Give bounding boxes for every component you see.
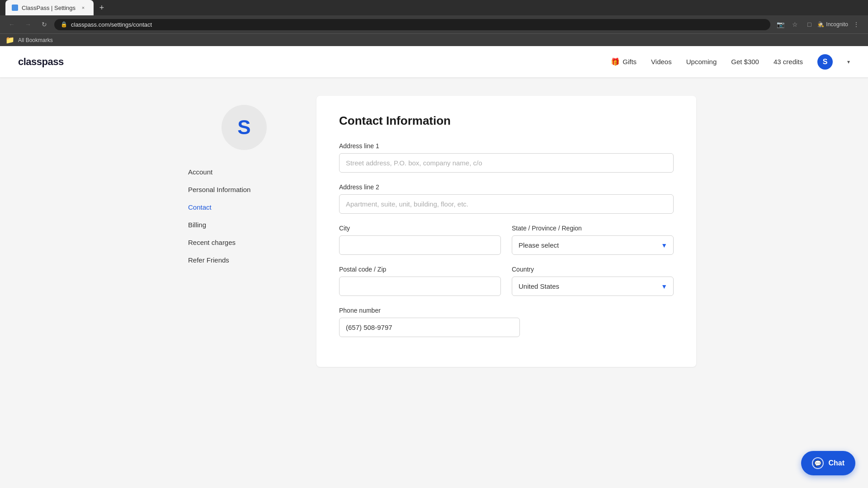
tab-title: ClassPass | Settings <box>22 5 75 11</box>
tab-favicon <box>12 5 18 11</box>
upcoming-label: Upcoming <box>686 58 717 66</box>
state-group: State / Province / Region Please select … <box>512 225 674 255</box>
cast-icon[interactable]: 📷 <box>774 18 787 31</box>
credits-badge: 43 credits <box>774 58 803 66</box>
postal-input[interactable] <box>339 277 501 296</box>
get-credits-link[interactable]: Get $300 <box>731 58 759 66</box>
address-bar-row: ← → ↻ 🔒 classpass.com/settings/contact 📷… <box>0 15 868 33</box>
bookmark-icon[interactable]: ☆ <box>788 18 801 31</box>
gift-icon: 🎁 <box>611 57 620 66</box>
sidebar-item-billing[interactable]: Billing <box>181 216 307 233</box>
postal-label: Postal code / Zip <box>339 266 501 273</box>
address-bar-actions: 📷 ☆ □ 🕵 Incognito ⋮ <box>774 18 863 31</box>
sidebar-nav: Account Personal Information Contact Bil… <box>172 164 316 269</box>
nav-links: 🎁 Gifts Videos Upcoming Get $300 43 cred… <box>611 54 850 70</box>
menu-button[interactable]: ⋮ <box>850 18 863 31</box>
incognito-icon: 🕵 <box>817 21 824 28</box>
gifts-label: Gifts <box>623 58 637 66</box>
reload-button[interactable]: ↻ <box>38 18 51 31</box>
country-label: Country <box>512 266 674 273</box>
chat-button[interactable]: 💬 Chat <box>801 451 855 475</box>
sidebar-item-refer-friends[interactable]: Refer Friends <box>181 252 307 268</box>
page-content: classpass 🎁 Gifts Videos Upcoming Get $3… <box>0 46 868 475</box>
address-bar[interactable]: 🔒 classpass.com/settings/contact <box>54 19 770 30</box>
bookmarks-bar: 📁 All Bookmarks <box>0 33 868 46</box>
new-tab-button[interactable]: + <box>95 1 108 14</box>
address-line2-label: Address line 2 <box>339 183 674 191</box>
logo[interactable]: classpass <box>18 56 64 68</box>
profile-icon[interactable]: □ <box>803 18 816 31</box>
sidebar-item-personal-information[interactable]: Personal Information <box>181 181 307 198</box>
sidebar-item-recent-charges[interactable]: Recent charges <box>181 234 307 251</box>
country-group: Country United States Canada United King… <box>512 266 674 296</box>
postal-group: Postal code / Zip <box>339 266 501 296</box>
upcoming-link[interactable]: Upcoming <box>686 58 717 66</box>
videos-label: Videos <box>651 58 672 66</box>
sidebar: S Account Personal Information Contact B… <box>172 96 316 367</box>
forward-button[interactable]: → <box>22 18 34 31</box>
get-credits-label: Get $300 <box>731 58 759 66</box>
browser-chrome: ClassPass | Settings × + ← → ↻ 🔒 classpa… <box>0 0 868 46</box>
top-nav: classpass 🎁 Gifts Videos Upcoming Get $3… <box>0 46 868 78</box>
bookmarks-label: All Bookmarks <box>18 37 53 43</box>
nav-chevron[interactable]: ▾ <box>847 59 850 65</box>
address-line2-group: Address line 2 <box>339 183 674 214</box>
phone-label: Phone number <box>339 307 674 314</box>
incognito-badge: 🕵 Incognito <box>817 21 848 28</box>
country-select-wrapper: United States Canada United Kingdom Aust… <box>512 277 674 296</box>
incognito-label: Incognito <box>826 21 848 28</box>
url-text: classpass.com/settings/contact <box>71 21 152 28</box>
user-avatar-nav[interactable]: S <box>817 54 833 70</box>
user-avatar-large: S <box>222 105 267 150</box>
tab-close-button[interactable]: × <box>79 4 87 12</box>
city-group: City <box>339 225 501 255</box>
address-line1-group: Address line 1 <box>339 142 674 173</box>
sidebar-item-account[interactable]: Account <box>181 164 307 180</box>
active-tab[interactable]: ClassPass | Settings × <box>5 0 94 15</box>
state-select-wrapper: Please select Alabama Alaska California … <box>512 235 674 255</box>
phone-input[interactable] <box>339 318 520 337</box>
main-content: Contact Information Address line 1 Addre… <box>316 96 696 367</box>
country-select[interactable]: United States Canada United Kingdom Aust… <box>512 277 674 296</box>
phone-group: Phone number <box>339 307 674 337</box>
chat-label: Chat <box>828 459 844 467</box>
main-layout: S Account Personal Information Contact B… <box>163 78 705 385</box>
address-line1-input[interactable] <box>339 153 674 173</box>
bookmarks-icon: 📁 <box>5 36 14 44</box>
gifts-link[interactable]: 🎁 Gifts <box>611 57 637 66</box>
state-label: State / Province / Region <box>512 225 674 232</box>
page-title: Contact Information <box>339 114 674 128</box>
city-input[interactable] <box>339 235 501 255</box>
city-label: City <box>339 225 501 232</box>
tab-bar: ClassPass | Settings × + <box>0 0 868 15</box>
address-line1-label: Address line 1 <box>339 142 674 150</box>
sidebar-item-contact[interactable]: Contact <box>181 199 307 216</box>
lock-icon: 🔒 <box>61 21 67 28</box>
address-line2-input[interactable] <box>339 194 674 214</box>
postal-country-row: Postal code / Zip Country United States … <box>339 266 674 307</box>
videos-link[interactable]: Videos <box>651 58 672 66</box>
chat-icon: 💬 <box>812 457 824 469</box>
back-button[interactable]: ← <box>5 18 18 31</box>
city-state-row: City State / Province / Region Please se… <box>339 225 674 266</box>
state-select[interactable]: Please select Alabama Alaska California … <box>512 235 674 255</box>
